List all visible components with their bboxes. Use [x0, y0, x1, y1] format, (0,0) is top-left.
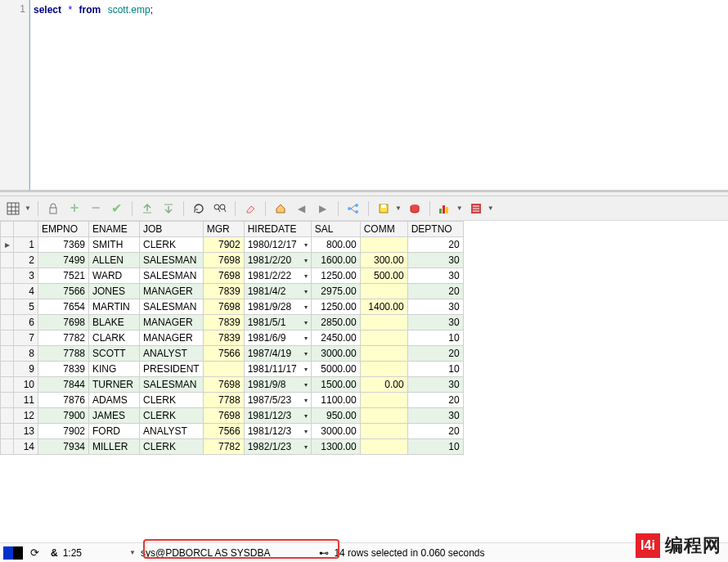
cell-sal[interactable]: 5000.00: [311, 362, 360, 377]
cell-empno[interactable]: 7698: [38, 315, 89, 330]
cell-hiredate[interactable]: 1981/5/1▾: [244, 315, 311, 330]
code-area[interactable]: select * from scott.emp;: [29, 0, 728, 190]
cell-empno[interactable]: 7566: [38, 284, 89, 299]
cell-mgr[interactable]: 7839: [203, 315, 244, 330]
cell-sal[interactable]: 1600.00: [311, 253, 360, 268]
cell-deptno[interactable]: 30: [407, 408, 463, 424]
cell-mgr[interactable]: 7788: [203, 393, 244, 408]
cell-ename[interactable]: JONES: [89, 284, 140, 299]
cell-ename[interactable]: TURNER: [89, 377, 140, 393]
cell-sal[interactable]: 1250.00: [311, 299, 360, 315]
table-row[interactable]: 67698BLAKEMANAGER78391981/5/1▾2850.0030: [1, 315, 464, 330]
cell-ename[interactable]: ALLEN: [89, 253, 140, 268]
table-row[interactable]: 47566JONESMANAGER78391981/4/2▾2975.0020: [1, 284, 464, 299]
date-dropdown-icon[interactable]: ▾: [303, 257, 308, 264]
column-resize-handle[interactable]: [85, 222, 88, 236]
cell-deptno[interactable]: 20: [407, 346, 463, 362]
cell-job[interactable]: SALESMAN: [140, 299, 204, 315]
row-number[interactable]: 13: [14, 424, 38, 439]
cell-sal[interactable]: 1300.00: [311, 439, 360, 455]
cell-hiredate[interactable]: 1981/9/8▾: [244, 377, 311, 393]
cell-deptno[interactable]: 30: [407, 299, 463, 315]
table-row[interactable]: 127900JAMESCLERK76981981/12/3▾950.0030: [1, 408, 464, 424]
row-number[interactable]: 8: [14, 346, 38, 362]
dropdown-icon[interactable]: ▼: [488, 205, 494, 212]
column-header-job[interactable]: JOB: [140, 222, 204, 237]
cell-job[interactable]: MANAGER: [140, 330, 204, 346]
cell-comm[interactable]: [360, 330, 407, 346]
cell-ename[interactable]: WARD: [89, 268, 140, 284]
table-row[interactable]: 117876ADAMSCLERK77881987/5/23▾1100.0020: [1, 393, 464, 408]
row-marker[interactable]: [1, 393, 14, 408]
cell-comm[interactable]: [360, 237, 407, 253]
cell-job[interactable]: SALESMAN: [140, 253, 204, 268]
cell-job[interactable]: CLERK: [140, 237, 204, 253]
cell-empno[interactable]: 7900: [38, 408, 89, 424]
cell-ename[interactable]: ADAMS: [89, 393, 140, 408]
cell-hiredate[interactable]: 1987/4/19▾: [244, 346, 311, 362]
cell-job[interactable]: PRESIDENT: [140, 362, 204, 377]
cell-comm[interactable]: [360, 284, 407, 299]
cell-job[interactable]: SALESMAN: [140, 377, 204, 393]
column-header-comm[interactable]: COMM: [360, 222, 407, 237]
cell-deptno[interactable]: 10: [407, 439, 463, 455]
dropdown-icon[interactable]: ▼: [456, 205, 463, 212]
row-marker[interactable]: [1, 330, 14, 346]
cell-mgr[interactable]: [203, 362, 244, 377]
cell-hiredate[interactable]: 1981/6/9▾: [244, 330, 311, 346]
cell-empno[interactable]: 7902: [38, 424, 89, 439]
cell-hiredate[interactable]: 1980/12/17▾: [244, 237, 311, 253]
cell-ename[interactable]: JAMES: [89, 408, 140, 424]
cell-hiredate[interactable]: 1981/2/20▾: [244, 253, 311, 268]
cell-hiredate[interactable]: 1981/2/22▾: [244, 268, 311, 284]
plus-icon[interactable]: +: [66, 200, 83, 217]
date-dropdown-icon[interactable]: ▾: [303, 428, 308, 435]
column-header-mgr[interactable]: MGR: [203, 222, 244, 237]
row-marker[interactable]: [1, 315, 14, 330]
cell-mgr[interactable]: 7698: [203, 253, 244, 268]
cell-sal[interactable]: 3000.00: [311, 346, 360, 362]
cell-job[interactable]: CLERK: [140, 439, 204, 455]
row-marker[interactable]: [1, 299, 14, 315]
cell-ename[interactable]: BLAKE: [89, 315, 140, 330]
cell-ename[interactable]: KING: [89, 362, 140, 377]
chart-icon[interactable]: [437, 200, 453, 217]
cell-job[interactable]: SALESMAN: [140, 268, 204, 284]
cell-comm[interactable]: [360, 408, 407, 424]
row-marker[interactable]: [1, 362, 14, 377]
cell-sal[interactable]: 1500.00: [311, 377, 360, 393]
cell-sal[interactable]: 3000.00: [311, 424, 360, 439]
list-icon[interactable]: [468, 200, 484, 217]
results-grid[interactable]: EMPNOENAMEJOBMGRHIREDATESALCOMMDEPTNO ▸1…: [0, 221, 464, 455]
row-number[interactable]: 6: [14, 315, 38, 330]
corner-cell[interactable]: [1, 222, 14, 237]
dropdown-icon[interactable]: ▼: [25, 205, 31, 212]
row-marker[interactable]: [1, 268, 14, 284]
row-number[interactable]: 7: [14, 330, 38, 346]
cell-comm[interactable]: [360, 346, 407, 362]
lock-icon[interactable]: [45, 200, 61, 217]
column-resize-handle[interactable]: [357, 222, 360, 236]
arrow-left-icon[interactable]: ◀: [294, 200, 310, 217]
row-marker[interactable]: [1, 424, 14, 439]
cell-deptno[interactable]: 20: [407, 393, 463, 408]
refresh-icon[interactable]: [191, 200, 207, 217]
tree-icon[interactable]: [345, 200, 362, 217]
date-dropdown-icon[interactable]: ▾: [303, 381, 308, 389]
date-dropdown-icon[interactable]: ▾: [303, 319, 308, 326]
cell-ename[interactable]: SMITH: [89, 237, 140, 253]
find-icon[interactable]: [212, 200, 228, 217]
cell-ename[interactable]: FORD: [89, 424, 140, 439]
cell-deptno[interactable]: 30: [407, 315, 463, 330]
cell-deptno[interactable]: 10: [407, 330, 463, 346]
row-marker[interactable]: [1, 439, 14, 455]
cell-job[interactable]: MANAGER: [140, 284, 204, 299]
cell-comm[interactable]: 1400.00: [360, 299, 407, 315]
column-resize-handle[interactable]: [136, 222, 139, 236]
cell-deptno[interactable]: 20: [407, 237, 463, 253]
cell-sal[interactable]: 2975.00: [311, 284, 360, 299]
column-header-sal[interactable]: SAL: [311, 222, 360, 237]
row-marker[interactable]: [1, 284, 14, 299]
cell-mgr[interactable]: 7566: [203, 346, 244, 362]
row-number[interactable]: 5: [14, 299, 38, 315]
